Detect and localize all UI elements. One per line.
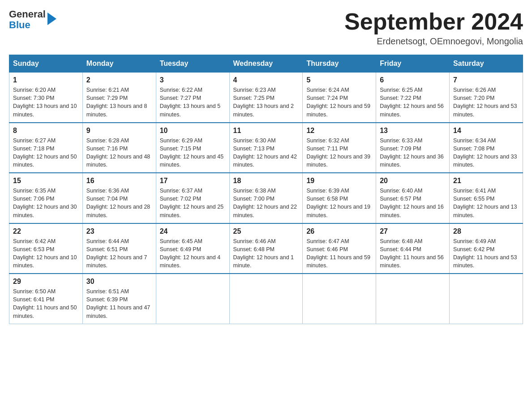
calendar-cell: 2 Sunrise: 6:21 AMSunset: 7:29 PMDayligh… [82,73,156,123]
day-number: 9 [86,127,152,135]
day-info: Sunrise: 6:34 AMSunset: 7:08 PMDaylight:… [453,137,519,169]
day-info: Sunrise: 6:51 AMSunset: 6:39 PMDaylight:… [86,287,152,320]
day-info: Sunrise: 6:39 AMSunset: 6:58 PMDaylight:… [306,187,372,219]
day-number: 23 [86,227,152,235]
logo-text: General Blue [9,9,46,30]
day-number: 13 [380,127,446,135]
day-number: 16 [86,177,152,185]
title-area: September 2024 Erdenetsogt, OEmnoegovi, … [344,9,523,47]
day-number: 14 [453,127,519,135]
day-number: 6 [380,76,446,84]
calendar-cell: 6 Sunrise: 6:25 AMSunset: 7:22 PMDayligh… [376,73,450,123]
day-info: Sunrise: 6:28 AMSunset: 7:16 PMDaylight:… [86,137,152,169]
day-number: 18 [233,177,299,185]
day-number: 25 [233,227,299,235]
weekday-header-saturday: Saturday [450,55,523,73]
day-info: Sunrise: 6:45 AMSunset: 6:49 PMDaylight:… [160,237,226,270]
day-number: 19 [306,177,372,185]
day-info: Sunrise: 6:20 AMSunset: 7:30 PMDaylight:… [13,86,79,119]
weekday-header-monday: Monday [82,55,156,73]
day-number: 20 [380,177,446,185]
day-number: 5 [306,76,372,84]
calendar-cell [376,274,450,324]
day-number: 22 [13,227,79,235]
day-info: Sunrise: 6:35 AMSunset: 7:06 PMDaylight:… [13,187,79,219]
calendar-cell: 17 Sunrise: 6:37 AMSunset: 7:02 PMDaylig… [156,173,229,223]
calendar-cell [156,274,229,324]
day-info: Sunrise: 6:42 AMSunset: 6:53 PMDaylight:… [13,237,79,270]
calendar-cell: 24 Sunrise: 6:45 AMSunset: 6:49 PMDaylig… [156,223,229,274]
calendar-week-row: 1 Sunrise: 6:20 AMSunset: 7:30 PMDayligh… [9,73,523,123]
calendar-cell: 25 Sunrise: 6:46 AMSunset: 6:48 PMDaylig… [229,223,303,274]
calendar-cell: 5 Sunrise: 6:24 AMSunset: 7:24 PMDayligh… [303,73,376,123]
day-number: 2 [86,76,152,84]
page-header: General Blue September 2024 Erdenetsogt,… [9,9,523,47]
calendar-cell [303,274,376,324]
day-number: 4 [233,76,299,84]
day-info: Sunrise: 6:37 AMSunset: 7:02 PMDaylight:… [160,187,226,219]
day-info: Sunrise: 6:38 AMSunset: 7:00 PMDaylight:… [233,187,299,219]
calendar-cell: 15 Sunrise: 6:35 AMSunset: 7:06 PMDaylig… [9,173,83,223]
logo: General Blue [9,9,56,30]
day-number: 8 [13,127,79,135]
day-info: Sunrise: 6:30 AMSunset: 7:13 PMDaylight:… [233,137,299,169]
day-info: Sunrise: 6:33 AMSunset: 7:09 PMDaylight:… [380,137,446,169]
calendar-cell: 13 Sunrise: 6:33 AMSunset: 7:09 PMDaylig… [376,123,450,173]
calendar-cell: 10 Sunrise: 6:29 AMSunset: 7:15 PMDaylig… [156,123,229,173]
day-info: Sunrise: 6:24 AMSunset: 7:24 PMDaylight:… [306,86,372,119]
weekday-header-row: SundayMondayTuesdayWednesdayThursdayFrid… [9,55,523,73]
day-number: 29 [13,278,79,286]
day-number: 1 [13,76,79,84]
weekday-header-friday: Friday [376,55,450,73]
calendar-cell: 7 Sunrise: 6:26 AMSunset: 7:20 PMDayligh… [450,73,523,123]
day-info: Sunrise: 6:49 AMSunset: 6:42 PMDaylight:… [453,237,519,270]
calendar-cell: 23 Sunrise: 6:44 AMSunset: 6:51 PMDaylig… [82,223,156,274]
calendar-table: SundayMondayTuesdayWednesdayThursdayFrid… [9,55,523,324]
weekday-header-sunday: Sunday [9,55,83,73]
location-title: Erdenetsogt, OEmnoegovi, Mongolia [344,36,523,47]
day-info: Sunrise: 6:40 AMSunset: 6:57 PMDaylight:… [380,187,446,219]
day-number: 11 [233,127,299,135]
calendar-cell: 14 Sunrise: 6:34 AMSunset: 7:08 PMDaylig… [450,123,523,173]
logo-arrow-icon [47,13,56,25]
calendar-cell: 19 Sunrise: 6:39 AMSunset: 6:58 PMDaylig… [303,173,376,223]
calendar-cell: 28 Sunrise: 6:49 AMSunset: 6:42 PMDaylig… [450,223,523,274]
calendar-cell: 20 Sunrise: 6:40 AMSunset: 6:57 PMDaylig… [376,173,450,223]
day-number: 3 [160,76,226,84]
calendar-week-row: 8 Sunrise: 6:27 AMSunset: 7:18 PMDayligh… [9,123,523,173]
day-info: Sunrise: 6:26 AMSunset: 7:20 PMDaylight:… [453,86,519,119]
day-info: Sunrise: 6:32 AMSunset: 7:11 PMDaylight:… [306,137,372,169]
day-info: Sunrise: 6:48 AMSunset: 6:44 PMDaylight:… [380,237,446,270]
weekday-header-wednesday: Wednesday [229,55,303,73]
day-number: 24 [160,227,226,235]
weekday-header-tuesday: Tuesday [156,55,229,73]
month-title: September 2024 [344,9,523,34]
day-info: Sunrise: 6:41 AMSunset: 6:55 PMDaylight:… [453,187,519,219]
day-info: Sunrise: 6:22 AMSunset: 7:27 PMDaylight:… [160,86,226,119]
day-number: 26 [306,227,372,235]
day-info: Sunrise: 6:27 AMSunset: 7:18 PMDaylight:… [13,137,79,169]
day-number: 10 [160,127,226,135]
calendar-week-row: 29 Sunrise: 6:50 AMSunset: 6:41 PMDaylig… [9,274,523,324]
calendar-cell: 4 Sunrise: 6:23 AMSunset: 7:25 PMDayligh… [229,73,303,123]
day-info: Sunrise: 6:23 AMSunset: 7:25 PMDaylight:… [233,86,299,119]
calendar-cell: 18 Sunrise: 6:38 AMSunset: 7:00 PMDaylig… [229,173,303,223]
calendar-week-row: 15 Sunrise: 6:35 AMSunset: 7:06 PMDaylig… [9,173,523,223]
calendar-cell: 22 Sunrise: 6:42 AMSunset: 6:53 PMDaylig… [9,223,83,274]
logo-general: General [9,9,46,20]
day-info: Sunrise: 6:21 AMSunset: 7:29 PMDaylight:… [86,86,152,119]
day-number: 28 [453,227,519,235]
calendar-cell: 1 Sunrise: 6:20 AMSunset: 7:30 PMDayligh… [9,73,83,123]
weekday-header-thursday: Thursday [303,55,376,73]
calendar-cell: 16 Sunrise: 6:36 AMSunset: 7:04 PMDaylig… [82,173,156,223]
calendar-cell: 21 Sunrise: 6:41 AMSunset: 6:55 PMDaylig… [450,173,523,223]
calendar-cell: 27 Sunrise: 6:48 AMSunset: 6:44 PMDaylig… [376,223,450,274]
day-number: 27 [380,227,446,235]
calendar-cell: 8 Sunrise: 6:27 AMSunset: 7:18 PMDayligh… [9,123,83,173]
calendar-cell: 30 Sunrise: 6:51 AMSunset: 6:39 PMDaylig… [82,274,156,324]
calendar-cell: 12 Sunrise: 6:32 AMSunset: 7:11 PMDaylig… [303,123,376,173]
day-info: Sunrise: 6:46 AMSunset: 6:48 PMDaylight:… [233,237,299,270]
day-info: Sunrise: 6:50 AMSunset: 6:41 PMDaylight:… [13,287,79,320]
calendar-cell [229,274,303,324]
day-number: 7 [453,76,519,84]
